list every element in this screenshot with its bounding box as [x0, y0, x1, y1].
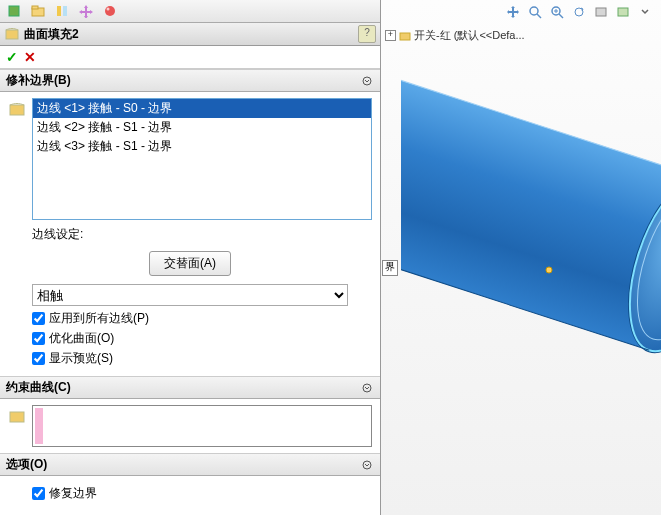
constraint-listbox[interactable]	[32, 405, 372, 447]
svg-point-8	[363, 77, 371, 85]
cancel-icon[interactable]: ✕	[24, 49, 36, 65]
svg-rect-19	[596, 8, 606, 16]
svg-rect-7	[6, 30, 18, 39]
edge-setting-label: 边线设定:	[32, 226, 372, 243]
constraint-curve-header[interactable]: 约束曲线(C)	[0, 376, 380, 399]
svg-rect-20	[618, 8, 628, 16]
list-item[interactable]: 边线 <2> 接触 - S1 - 边界	[33, 118, 371, 137]
collapse-icon[interactable]	[360, 74, 374, 88]
list-item[interactable]: 边线 <3> 接触 - S1 - 边界	[33, 137, 371, 156]
svg-point-12	[363, 461, 371, 469]
boundary-marker[interactable]: 界	[382, 260, 398, 276]
graphics-viewport[interactable]: + 开关-红 (默认<<Defa...	[381, 0, 661, 515]
svg-point-10	[363, 384, 371, 392]
tab-feature-icon[interactable]	[4, 1, 24, 21]
options-body: 修复边界	[0, 476, 380, 505]
options-label: 选项(O)	[6, 456, 47, 473]
selection-stripe	[35, 408, 43, 444]
edge-listbox[interactable]: 边线 <1> 接触 - S0 - 边界 边线 <2> 接触 - S1 - 边界 …	[32, 98, 372, 220]
svg-rect-24	[401, 74, 661, 350]
optimize-face-checkbox[interactable]: 优化曲面(O)	[32, 330, 348, 347]
rotate-icon[interactable]	[569, 2, 589, 22]
svg-rect-9	[10, 105, 24, 115]
edge-select-icon	[8, 100, 26, 118]
list-item[interactable]: 边线 <1> 接触 - S0 - 边界	[33, 99, 371, 118]
patch-boundary-header[interactable]: 修补边界(B)	[0, 69, 380, 92]
panel-tabbar	[0, 0, 380, 23]
expand-icon[interactable]: +	[385, 30, 396, 41]
tab-config-icon[interactable]	[52, 1, 72, 21]
alternate-face-button[interactable]: 交替面(A)	[149, 251, 231, 276]
constraint-curve-label: 约束曲线(C)	[6, 379, 71, 396]
svg-rect-21	[400, 33, 410, 40]
tab-move-icon[interactable]	[76, 1, 96, 21]
svg-line-14	[537, 14, 541, 18]
chevron-down-icon[interactable]	[635, 2, 655, 22]
svg-point-5	[105, 6, 115, 16]
display-style-icon[interactable]	[613, 2, 633, 22]
collapse-icon[interactable]	[360, 458, 374, 472]
section-view-icon[interactable]	[591, 2, 611, 22]
ok-icon[interactable]: ✓	[6, 49, 18, 65]
help-button[interactable]: ?	[358, 25, 376, 43]
contact-select[interactable]: 相触	[32, 284, 348, 306]
tab-folder-icon[interactable]	[28, 1, 48, 21]
repair-boundary-checkbox[interactable]: 修复边界	[32, 485, 348, 502]
curve-select-icon	[8, 407, 26, 425]
show-preview-checkbox[interactable]: 显示预览(S)	[32, 350, 348, 367]
constraint-curve-body	[0, 399, 380, 453]
svg-rect-3	[57, 6, 61, 16]
svg-rect-4	[63, 6, 67, 16]
svg-point-32	[546, 267, 552, 273]
model-cylinder[interactable]	[401, 40, 661, 440]
apply-all-checkbox[interactable]: 应用到所有边线(P)	[32, 310, 348, 327]
svg-rect-2	[32, 6, 38, 9]
patch-boundary-label: 修补边界(B)	[6, 72, 71, 89]
svg-line-16	[559, 14, 563, 18]
feature-title: 曲面填充2	[24, 26, 358, 43]
tab-appearance-icon[interactable]	[100, 1, 120, 21]
svg-rect-0	[9, 6, 19, 16]
options-header[interactable]: 选项(O)	[0, 453, 380, 476]
patch-boundary-body: 边线 <1> 接触 - S0 - 边界 边线 <2> 接触 - S1 - 边界 …	[0, 92, 380, 376]
svg-rect-11	[10, 412, 24, 422]
collapse-icon[interactable]	[360, 381, 374, 395]
fill-surface-icon	[4, 26, 20, 42]
svg-point-6	[107, 8, 110, 11]
svg-point-13	[530, 7, 538, 15]
pan-icon[interactable]	[503, 2, 523, 22]
property-panel: 曲面填充2 ? ✓ ✕ 修补边界(B) 边线 <1> 接触 - S0 - 边界 …	[0, 0, 381, 515]
view-toolbar	[503, 2, 655, 22]
confirm-row: ✓ ✕	[0, 46, 380, 69]
zoom-area-icon[interactable]	[547, 2, 567, 22]
feature-titlebar: 曲面填充2 ?	[0, 23, 380, 46]
zoom-fit-icon[interactable]	[525, 2, 545, 22]
